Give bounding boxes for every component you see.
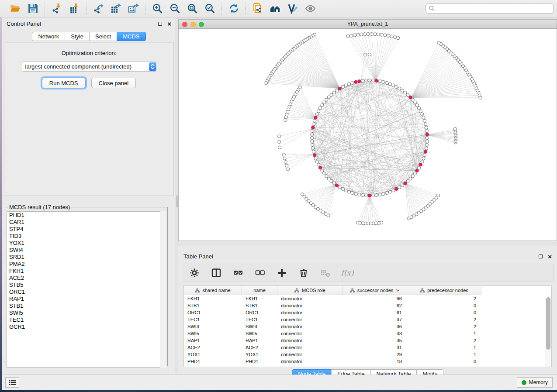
function-builder-button: f(x) [342, 268, 353, 278]
settings-gear-button[interactable] [189, 268, 200, 278]
mcds-result-item[interactable]: GCR1 [7, 323, 166, 330]
column-header-name[interactable]: name [242, 286, 277, 295]
mcds-result-item[interactable]: SWI5 [7, 309, 166, 316]
memory-status-icon [522, 380, 526, 385]
refresh-button[interactable] [227, 2, 240, 15]
window-maximize-icon[interactable] [199, 22, 204, 27]
column-header-predecessor-nodes[interactable]: predecessor nodes [407, 286, 481, 295]
mcds-result-item[interactable]: ORC1 [7, 289, 166, 296]
cell-MCDS-role: connector [277, 316, 343, 323]
zoom-in-button[interactable] [151, 2, 164, 15]
select-all-checkboxes-button[interactable] [233, 268, 243, 278]
window-close-icon[interactable] [182, 22, 187, 27]
mcds-result-item[interactable]: YOX1 [7, 240, 166, 247]
split-columns-button[interactable] [211, 268, 221, 278]
mcds-result-item[interactable]: FKH1 [7, 268, 166, 275]
mcds-result-item[interactable]: STB1 [7, 303, 166, 309]
import-table-button[interactable] [68, 2, 81, 15]
mcds-result-item[interactable]: TEC1 [7, 316, 166, 323]
float-panel-icon[interactable] [158, 22, 162, 26]
network-window-titlebar: YPA_prune.txt_1 [178, 19, 557, 29]
float-panel-icon[interactable] [539, 254, 543, 258]
column-header-shared-name[interactable]: shared name [184, 286, 242, 295]
network-graph[interactable] [179, 29, 557, 240]
export-network-icon [93, 3, 104, 14]
add-column-button[interactable] [277, 268, 287, 278]
optimization-criterion-select[interactable]: largest connected component (undirected) [21, 62, 157, 72]
table-row[interactable]: PHD1PHD1dominator180 [184, 358, 551, 365]
network-canvas[interactable] [178, 29, 557, 241]
zoom-selected-button[interactable] [203, 2, 216, 15]
tab-network[interactable]: Network [32, 32, 65, 41]
vizmapper-button[interactable] [286, 2, 299, 15]
mcds-result-item[interactable]: RAP1 [7, 296, 166, 303]
table-row[interactable]: TEC1TEC1connector472 [184, 316, 551, 323]
mcds-result-item[interactable]: PMA2 [7, 261, 166, 268]
cell-name: SWI4 [242, 323, 277, 330]
table-row[interactable]: STB1STB1dominator620 [184, 302, 551, 309]
column-header-MCDS-role[interactable]: MCDS role [277, 286, 343, 295]
mcds-result-item[interactable]: ACE2 [7, 275, 166, 282]
memory-label: Memory [529, 379, 548, 385]
network-view-window: YPA_prune.txt_1 [178, 19, 557, 246]
export-network-button[interactable] [92, 2, 105, 15]
table-row[interactable]: RAP1RAP1dominator352 [184, 337, 551, 344]
show-panels-button[interactable] [5, 377, 19, 388]
cell-predecessor-nodes: 2 [407, 316, 481, 323]
mcds-result-list[interactable]: PHD1CAR1STP4TID3YOX1SWI4SRD1PMA2FKH1ACE2… [7, 211, 166, 368]
mcds-result-item[interactable]: SRD1 [7, 254, 166, 261]
mcds-result-item[interactable]: TID3 [7, 233, 166, 240]
tab-mcds[interactable]: MCDS [117, 32, 145, 41]
cell-MCDS-role: dominator [277, 302, 343, 309]
cell-shared-name: PHD1 [184, 358, 242, 365]
mcds-list-scrollbar[interactable] [160, 211, 166, 368]
delete-table-button [320, 268, 331, 278]
network-home-button[interactable] [269, 2, 282, 15]
window-minimize-icon[interactable] [190, 22, 196, 27]
node-table-body: FKH1FKH1dominator962STB1STB1dominator620… [184, 295, 551, 365]
zoom-fit-button[interactable] [186, 2, 199, 15]
column-label: MCDS role [302, 288, 325, 293]
tab-select[interactable]: Select [89, 32, 117, 41]
toolbar-group [86, 2, 145, 15]
cell-successor-nodes: 31 [343, 344, 407, 351]
share-document-button[interactable] [251, 2, 264, 15]
workspace-area: YPA_prune.txt_1 Table Panel × f(x) share… [178, 17, 557, 375]
table-row[interactable]: ACE2ACE2connector311 [184, 344, 551, 351]
mcds-result-item[interactable]: CAR1 [7, 219, 166, 226]
column-label: predecessor nodes [427, 288, 468, 293]
cytoscape-window: Control Panel × NetworkStyleSelectMCDS O… [0, 0, 557, 392]
save-session-button[interactable] [26, 2, 39, 15]
table-row[interactable]: SWI4SWI4dominator462 [184, 323, 551, 330]
table-row[interactable]: YOX1YOX1connector291 [184, 351, 551, 358]
zoom-out-button[interactable] [168, 2, 181, 15]
table-row[interactable]: SWI5SWI5connector431 [184, 330, 551, 337]
scrollbar-thumb[interactable] [546, 297, 550, 350]
mcds-result-item[interactable]: STP4 [7, 226, 166, 233]
delete-column-button[interactable] [298, 268, 309, 278]
memory-button[interactable]: Memory [517, 377, 553, 388]
cell-successor-nodes: 18 [343, 358, 407, 365]
run-mcds-button[interactable]: Run MCDS [42, 78, 86, 88]
close-panel-icon[interactable]: × [548, 254, 552, 258]
mcds-result-item[interactable]: PHD1 [7, 212, 166, 219]
close-panel-button[interactable]: Close panel [91, 78, 136, 88]
hide-eye-button[interactable] [304, 2, 317, 15]
close-panel-icon[interactable]: × [167, 22, 171, 26]
column-header-successor-nodes[interactable]: successor nodes [343, 286, 407, 295]
tab-style[interactable]: Style [65, 32, 90, 41]
splitter-grip[interactable] [176, 196, 178, 207]
mcds-result-item[interactable]: SWI4 [7, 247, 166, 254]
open-folder-button[interactable] [9, 2, 22, 15]
ring-nodes[interactable] [265, 32, 482, 225]
table-scrollbar[interactable] [545, 296, 551, 367]
toolbar-group [45, 2, 86, 15]
export-image-button[interactable] [127, 2, 140, 15]
import-network-button[interactable] [50, 2, 63, 15]
table-row[interactable]: ORC1ORC1dominator610 [184, 309, 551, 316]
mcds-result-item[interactable]: STB5 [7, 282, 166, 289]
deselect-all-checkboxes-button[interactable] [255, 268, 265, 278]
export-table-button[interactable] [109, 2, 122, 15]
search-input[interactable] [426, 3, 554, 14]
table-row[interactable]: FKH1FKH1dominator962 [184, 295, 551, 302]
